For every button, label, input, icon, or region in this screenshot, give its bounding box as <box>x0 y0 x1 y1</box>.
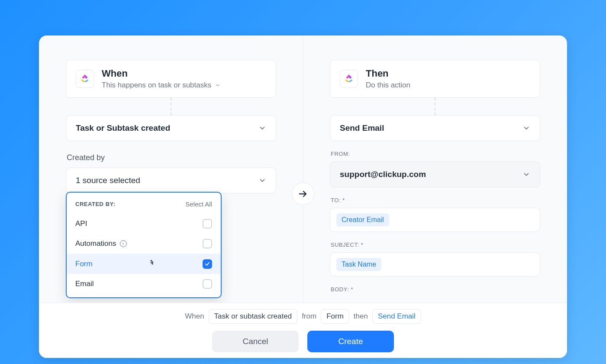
summary-sentence: When Task or subtask created from Form t… <box>185 309 421 324</box>
then-subtitle: Do this action <box>366 81 530 90</box>
info-icon[interactable]: i <box>120 240 127 247</box>
source-dropdown[interactable]: 1 source selected <box>66 168 276 193</box>
source-option-label: Email <box>75 280 94 288</box>
source-option-api[interactable]: API <box>67 214 221 234</box>
summary-from-word: from <box>302 312 316 321</box>
chevron-down-icon <box>258 124 266 132</box>
chevron-down-icon <box>258 177 266 184</box>
clickup-logo-icon <box>76 70 94 88</box>
subject-token[interactable]: Task Name <box>336 258 381 271</box>
source-panel: CREATED BY: Select All APIAutomationsiFo… <box>66 192 222 298</box>
to-label: TO: * <box>331 197 540 203</box>
automation-builder: When This happens on task or subtasks Ta… <box>39 35 567 358</box>
created-by-label: Created by <box>67 153 276 162</box>
source-option-form[interactable]: Form <box>67 254 221 274</box>
clickup-logo-icon <box>340 70 358 88</box>
create-button[interactable]: Create <box>307 331 394 352</box>
flow-arrow-icon <box>292 183 314 205</box>
when-subtitle[interactable]: This happens on task or subtasks <box>102 81 266 90</box>
when-subtitle-text: This happens on task or subtasks <box>102 81 211 90</box>
then-title: Then <box>366 68 530 79</box>
then-header-card: Then Do this action <box>330 60 540 98</box>
chevron-down-icon <box>522 124 530 132</box>
checkbox[interactable] <box>203 219 212 229</box>
summary-then-word: then <box>354 312 368 321</box>
to-field[interactable]: Creator Email <box>330 208 540 232</box>
source-option-label: Automations <box>75 239 116 248</box>
source-summary-text: 1 source selected <box>76 176 140 185</box>
to-token[interactable]: Creator Email <box>336 213 389 226</box>
summary-action-chip[interactable]: Send Email <box>372 309 421 324</box>
action-label: Send Email <box>340 123 384 133</box>
source-option-email[interactable]: Email <box>67 274 221 294</box>
trigger-dropdown[interactable]: Task or Subtask created <box>66 115 276 141</box>
summary-when-word: When <box>185 312 204 321</box>
footer-bar: When Task or subtask created from Form t… <box>39 303 567 358</box>
from-dropdown[interactable]: support@clickup.com <box>330 161 540 187</box>
source-option-label: Form <box>75 260 93 268</box>
summary-trigger-chip[interactable]: Task or subtask created <box>209 309 298 324</box>
trigger-label: Task or Subtask created <box>76 123 170 133</box>
cursor-pointer-icon <box>148 259 156 269</box>
cancel-button[interactable]: Cancel <box>212 331 299 352</box>
connector-line <box>435 98 435 115</box>
source-option-automations[interactable]: Automationsi <box>67 234 221 254</box>
action-dropdown[interactable]: Send Email <box>330 115 540 141</box>
source-panel-title: CREATED BY: <box>75 201 116 207</box>
then-subtitle-text: Do this action <box>366 81 410 90</box>
chevron-down-icon <box>215 82 221 88</box>
from-label: FROM: <box>331 151 540 157</box>
subject-field[interactable]: Task Name <box>330 252 540 277</box>
when-title: When <box>102 68 266 79</box>
checkbox[interactable] <box>203 279 212 289</box>
body-label: BODY: * <box>331 286 540 293</box>
source-option-label: API <box>75 219 87 228</box>
select-all-button[interactable]: Select All <box>185 200 212 208</box>
summary-source-chip[interactable]: Form <box>321 309 349 324</box>
checkbox[interactable] <box>203 259 212 269</box>
connector-line <box>171 98 171 115</box>
when-header-card: When This happens on task or subtasks <box>66 60 276 98</box>
chevron-down-icon <box>522 171 530 178</box>
subject-label: SUBJECT: * <box>331 242 540 248</box>
checkbox[interactable] <box>203 239 212 248</box>
from-value: support@clickup.com <box>340 170 426 179</box>
